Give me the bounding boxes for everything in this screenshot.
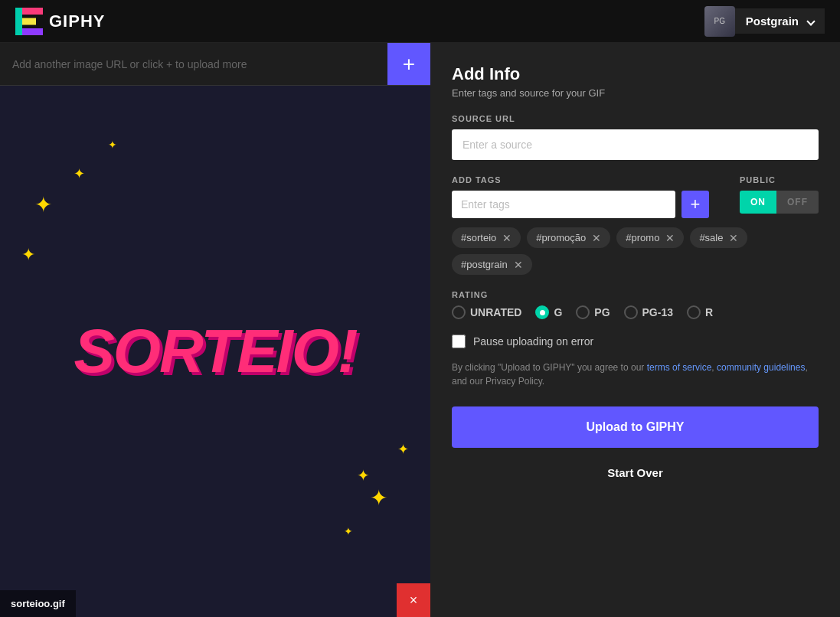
public-toggle[interactable]: ON OFF (740, 191, 819, 214)
rating-unrated-label: UNRATED (470, 306, 521, 318)
add-info-subtitle: Enter tags and source for your GIF (452, 87, 819, 99)
tag-chip-remove-icon[interactable]: ✕ (729, 233, 738, 243)
sparkle-icon-1: ✦ (34, 192, 52, 217)
radio-r[interactable] (687, 305, 701, 319)
public-label: PUBLIC (740, 175, 776, 184)
gif-preview: ✦ ✦ ✦ ✦ ✦ ✦ ✦ ✦ SORTEIO! sorteioo.gif × (0, 86, 430, 617)
gif-filename: sorteioo.gif (0, 590, 76, 617)
tags-input-area: + (452, 191, 709, 218)
tag-chip-postgrain[interactable]: #postgrain ✕ (452, 254, 532, 275)
svg-rect-1 (22, 8, 43, 15)
logo-text: GIPHY (49, 11, 105, 31)
tags-input[interactable] (452, 191, 675, 218)
tag-chip-remove-icon[interactable]: ✕ (502, 233, 512, 243)
logo: GIPHY (15, 8, 105, 35)
start-over-button[interactable]: Start Over (452, 460, 819, 485)
user-name-label: Postgrain (746, 15, 799, 28)
community-guidelines-link[interactable]: community guidelines (717, 362, 805, 373)
sparkle-icon-4: ✦ (108, 139, 117, 151)
public-section: PUBLIC ON OFF (740, 175, 819, 214)
tags-row: ADD TAGS + PUBLIC ON OFF (452, 175, 819, 218)
tags-chips: #sorteio ✕ #promoção ✕ #promo ✕ #sale ✕ … (452, 227, 819, 275)
source-label: SOURCE URL (452, 114, 819, 123)
tag-chip-label: #sorteio (461, 232, 496, 243)
avatar-image: PG (704, 6, 735, 37)
tag-chip-remove-icon[interactable]: ✕ (592, 233, 601, 243)
radio-unrated[interactable] (452, 305, 466, 319)
rating-g-label: G (554, 306, 562, 318)
avatar: PG (704, 6, 735, 37)
rating-label: RATING (452, 290, 819, 299)
chevron-down-icon (806, 17, 815, 25)
gif-sorteio-text: SORTEIO! (74, 316, 356, 387)
rating-options: UNRATED G PG PG-13 R (452, 305, 819, 319)
toggle-on-button[interactable]: ON (740, 191, 776, 214)
rating-g[interactable]: G (535, 305, 562, 319)
rating-pg13-label: PG-13 (642, 306, 673, 318)
tags-section-label: ADD TAGS (452, 175, 724, 184)
tag-chip-label: #promoção (536, 232, 586, 243)
tag-chip-sorteio[interactable]: #sorteio ✕ (452, 227, 521, 248)
rating-r[interactable]: R (687, 305, 713, 319)
rating-unrated[interactable]: UNRATED (452, 305, 521, 319)
right-panel: Add Info Enter tags and source for your … (430, 43, 840, 617)
tags-add-button[interactable]: + (681, 191, 709, 218)
rating-r-label: R (705, 306, 713, 318)
rating-section: RATING UNRATED G PG PG-13 (452, 290, 819, 319)
pause-checkbox[interactable] (452, 335, 466, 348)
tag-chip-sale[interactable]: #sale ✕ (690, 227, 747, 248)
source-url-input[interactable] (452, 129, 819, 160)
rating-pg[interactable]: PG (576, 305, 610, 319)
main-layout: + ✦ ✦ ✦ ✦ ✦ ✦ ✦ ✦ SORTEIO! sorteioo.gif … (0, 43, 840, 617)
tag-chip-remove-icon[interactable]: ✕ (514, 260, 523, 270)
giphy-logo-icon (15, 8, 43, 35)
radio-pg13[interactable] (624, 305, 638, 319)
sparkle-icon-7: ✦ (344, 525, 353, 537)
legal-text-mid: , (711, 362, 717, 373)
add-info-title: Add Info (452, 64, 819, 84)
legal-text: By clicking "Upload to GIPHY" you agree … (452, 361, 819, 388)
rating-pg-label: PG (594, 306, 610, 318)
left-panel: + ✦ ✦ ✦ ✦ ✦ ✦ ✦ ✦ SORTEIO! sorteioo.gif … (0, 43, 430, 617)
sparkle-icon-3: ✦ (21, 245, 35, 265)
user-menu[interactable]: PG Postgrain (704, 6, 825, 37)
tag-chip-promocao[interactable]: #promoção ✕ (527, 227, 610, 248)
svg-rect-0 (15, 8, 22, 35)
svg-rect-3 (22, 28, 43, 35)
upload-plus-button[interactable]: + (387, 43, 430, 85)
legal-text-before: By clicking "Upload to GIPHY" you agree … (452, 362, 647, 373)
toggle-off-button[interactable]: OFF (776, 191, 819, 214)
sparkle-icon-8: ✦ (357, 466, 370, 485)
header: GIPHY PG Postgrain (0, 0, 840, 43)
gif-canvas: ✦ ✦ ✦ ✦ ✦ ✦ ✦ ✦ SORTEIO! (0, 86, 430, 617)
radio-g[interactable] (535, 305, 549, 319)
gif-remove-button[interactable]: × (397, 583, 430, 617)
tag-chip-promo[interactable]: #promo ✕ (616, 227, 684, 248)
sparkle-icon-6: ✦ (397, 441, 409, 458)
tag-chip-label: #postgrain (461, 259, 508, 270)
user-name-button[interactable]: Postgrain (735, 8, 825, 34)
tag-chip-label: #sale (699, 232, 723, 243)
sparkle-icon-2: ✦ (74, 165, 85, 182)
tag-chip-label: #promo (626, 232, 659, 243)
svg-rect-2 (22, 18, 36, 24)
radio-pg[interactable] (576, 305, 590, 319)
sparkle-icon-5: ✦ (370, 485, 387, 511)
terms-link[interactable]: terms of service (647, 362, 712, 373)
url-bar: + (0, 43, 430, 86)
tag-chip-remove-icon[interactable]: ✕ (665, 233, 675, 243)
pause-label: Pause uploading on error (473, 335, 593, 348)
rating-pg13[interactable]: PG-13 (624, 305, 673, 319)
pause-row: Pause uploading on error (452, 335, 819, 348)
upload-to-giphy-button[interactable]: Upload to GIPHY (452, 406, 819, 448)
image-url-input[interactable] (0, 43, 387, 85)
